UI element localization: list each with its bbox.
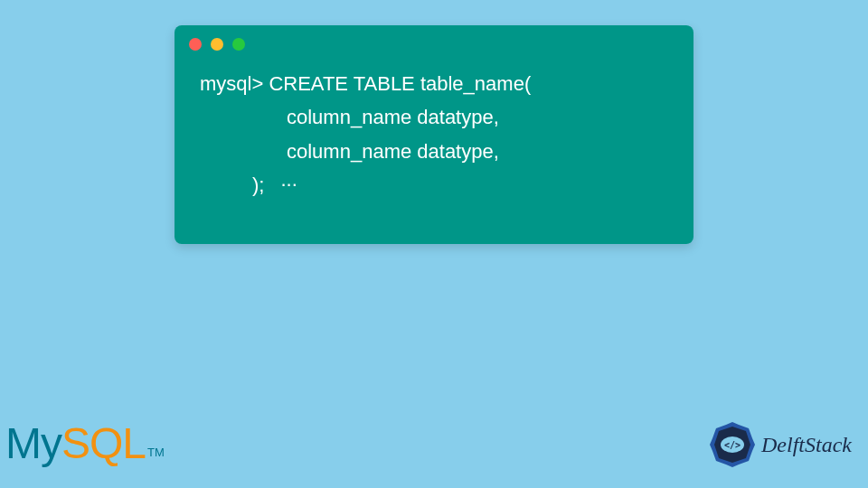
mysql-logo-sql: SQL — [61, 419, 146, 467]
code-line-2: column_name datatype, — [200, 100, 668, 134]
mysql-logo-tm: TM — [147, 446, 165, 459]
terminal-window: mysql> CREATE TABLE table_name( column_n… — [175, 25, 693, 244]
mysql-logo: MySQLTM — [5, 418, 163, 468]
delftstack-icon: </> — [709, 421, 756, 468]
minimize-icon — [211, 38, 223, 51]
code-line-1: mysql> CREATE TABLE table_name( — [200, 67, 668, 100]
code-close-paren: ); — [252, 168, 264, 202]
window-controls — [175, 25, 693, 60]
code-ellipsis: ... — [280, 163, 297, 196]
code-line-4: ); ... — [200, 168, 668, 202]
maximize-icon — [232, 38, 245, 51]
terminal-body: mysql> CREATE TABLE table_name( column_n… — [175, 60, 693, 221]
code-line-3: column_name datatype, — [200, 135, 668, 168]
mysql-logo-my: My — [5, 419, 61, 467]
delftstack-text: DelftStack — [761, 433, 852, 457]
close-icon — [189, 38, 202, 51]
delftstack-logo: </> DelftStack — [709, 421, 852, 468]
delftstack-icon-code: </> — [724, 440, 741, 450]
